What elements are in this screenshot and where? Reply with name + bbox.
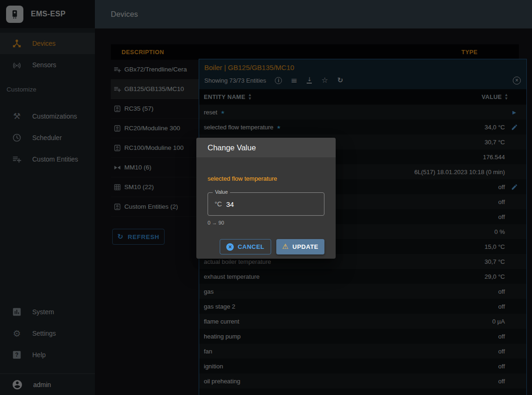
update-button[interactable]: ⚠ UPDATE: [276, 239, 324, 254]
dialog-actions: × CANCEL ⚠ UPDATE: [208, 239, 324, 254]
value-input-label: Value: [213, 189, 230, 195]
dialog-title: Change Value: [196, 138, 336, 157]
dialog-body: selected flow temperature Value °C 34 0 …: [196, 157, 336, 259]
value-input[interactable]: Value °C 34: [208, 192, 324, 216]
unit-adornment: °C: [215, 200, 222, 208]
warning-icon: ⚠: [282, 243, 289, 250]
cancel-icon: ×: [226, 243, 234, 251]
cancel-button[interactable]: × CANCEL: [220, 239, 271, 254]
dialog-entity-label: selected flow temperature: [208, 157, 324, 182]
value-range-hint: 0 → 90: [208, 220, 324, 226]
change-value-dialog: Change Value selected flow temperature V…: [196, 138, 336, 259]
value-input-text: 34: [226, 200, 234, 208]
app-root: EMS-ESP Devices DevicesSensors Customize…: [0, 0, 532, 395]
